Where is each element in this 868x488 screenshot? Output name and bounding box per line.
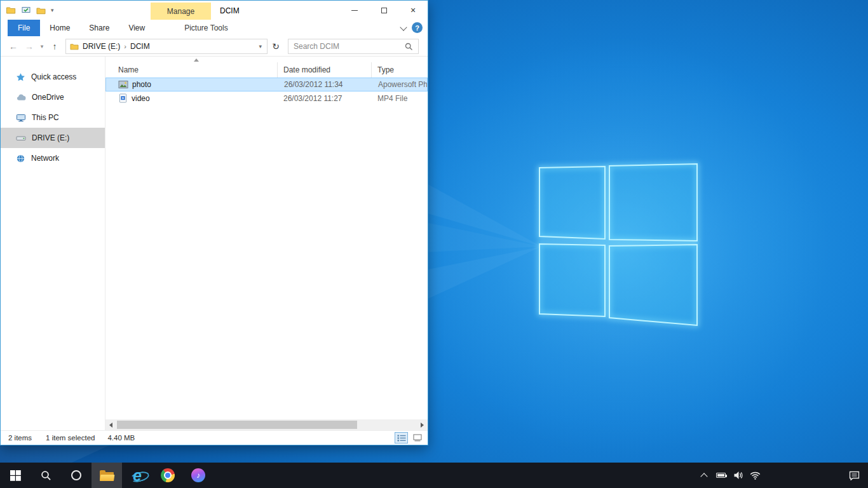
sidebar-item-label: This PC (32, 113, 59, 122)
tab-picture-tools[interactable]: Picture Tools (175, 20, 237, 36)
column-header-type[interactable]: Type (372, 62, 428, 78)
expand-ribbon-chevron-icon[interactable] (400, 24, 407, 30)
start-button[interactable] (0, 463, 31, 488)
tab-view[interactable]: View (119, 20, 154, 36)
minimize-button[interactable] (340, 1, 369, 20)
taskbar-itunes-button[interactable]: ♪ (183, 463, 214, 488)
taskbar-internet-explorer-button[interactable]: e (122, 463, 153, 488)
sidebar-item-quick-access[interactable]: Quick access (1, 67, 105, 87)
explorer-window-icon (6, 5, 16, 15)
qat-customize-chevron-icon[interactable]: ▾ (51, 8, 54, 13)
drive-icon (16, 133, 26, 143)
tab-file[interactable]: File (8, 20, 40, 36)
cortana-button[interactable] (61, 463, 92, 488)
file-row-video[interactable]: video 26/03/2012 11:27 MP4 File (105, 92, 428, 105)
tab-share[interactable]: Share (79, 20, 119, 36)
ribbon-tab-row: File Home Share View Picture Tools ? (1, 20, 428, 36)
tab-home[interactable]: Home (40, 20, 79, 36)
window-content: Quick access OneDrive This PC (1, 57, 428, 430)
recent-locations-chevron-icon[interactable]: ▾ (37, 39, 46, 54)
system-tray (695, 463, 868, 488)
file-date-modified: 26/03/2012 11:27 (278, 94, 372, 103)
scroll-left-arrow-icon[interactable] (105, 419, 116, 430)
search-box[interactable] (288, 39, 419, 54)
file-date-modified: 26/03/2012 11:34 (278, 80, 372, 89)
details-view-button[interactable] (395, 432, 408, 444)
maximize-icon (381, 8, 387, 13)
tray-battery-button[interactable] (712, 463, 729, 488)
file-name: photo (132, 80, 151, 89)
taskbar: e ♪ (0, 463, 868, 488)
maximize-button[interactable] (369, 1, 398, 20)
help-button[interactable]: ? (412, 22, 423, 33)
breadcrumb-dcim[interactable]: DCIM (126, 42, 154, 51)
network-icon (16, 154, 25, 163)
sidebar-item-label: Quick access (31, 72, 76, 81)
scrollbar-track[interactable] (116, 419, 417, 430)
minimize-icon (351, 10, 358, 11)
address-breadcrumb-box[interactable]: DRIVE (E:) › DCIM ▾ (65, 39, 268, 54)
internet-explorer-icon: e (133, 468, 142, 484)
close-icon: × (410, 5, 416, 15)
forward-button[interactable]: → (22, 39, 37, 54)
quick-access-toolbar: ▾ (1, 5, 54, 15)
sidebar-item-drive-e[interactable]: DRIVE (E:) (1, 128, 105, 148)
taskbar-search-button[interactable] (31, 463, 61, 488)
search-icon (405, 43, 413, 51)
horizontal-scrollbar[interactable] (105, 419, 428, 430)
view-switcher (395, 432, 424, 444)
back-button[interactable]: ← (6, 39, 21, 54)
sidebar-item-label: Network (31, 154, 59, 163)
address-bar: ← → ▾ ↑ DRIVE (E:) › DCIM ▾ ↻ (1, 36, 428, 57)
sidebar-item-label: DRIVE (E:) (32, 133, 69, 142)
sidebar-item-onedrive[interactable]: OneDrive (1, 87, 105, 107)
large-icons-view-icon (413, 434, 422, 442)
selection-size: 4.40 MB (107, 434, 135, 442)
file-type: Apowersoft Pho (372, 80, 427, 89)
up-button[interactable]: ↑ (47, 39, 62, 54)
window-controls: × (340, 1, 428, 20)
sidebar-item-this-pc[interactable]: This PC (1, 107, 105, 128)
search-input[interactable] (288, 40, 400, 53)
battery-icon (716, 473, 726, 478)
details-view-icon (397, 435, 406, 442)
close-button[interactable]: × (398, 1, 428, 20)
address-dropdown-chevron-icon[interactable]: ▾ (256, 43, 264, 50)
qat-properties-icon[interactable] (21, 6, 31, 15)
breadcrumb-drive[interactable]: DRIVE (E:) (79, 42, 124, 51)
sidebar-item-network[interactable]: Network (1, 148, 105, 168)
tray-network-button[interactable] (747, 463, 764, 488)
scroll-right-arrow-icon[interactable] (417, 419, 428, 430)
taskbar-file-explorer-button[interactable] (92, 463, 122, 488)
tray-spacer (764, 463, 840, 488)
file-explorer-window: ▾ Manage DCIM × File Home Share View Pic… (0, 0, 428, 445)
scrollbar-thumb[interactable] (117, 421, 357, 429)
quick-access-star-icon (16, 72, 25, 82)
file-rows: photo 26/03/2012 11:34 Apowersoft Pho vi… (105, 78, 428, 419)
photo-file-icon (118, 80, 128, 89)
wifi-icon (750, 471, 761, 480)
manage-contextual-tab[interactable]: Manage (151, 3, 211, 20)
video-file-icon (118, 93, 128, 103)
status-bar: 2 items 1 item selected 4.40 MB (1, 430, 428, 445)
address-folder-icon (70, 43, 79, 50)
onedrive-cloud-icon (16, 93, 26, 101)
large-icons-view-button[interactable] (410, 432, 424, 444)
column-header-name[interactable]: Name (105, 62, 278, 78)
tray-show-hidden-icons-button[interactable] (695, 463, 712, 488)
file-row-photo[interactable]: photo 26/03/2012 11:34 Apowersoft Pho (105, 78, 428, 92)
column-headers: Name Date modified Type (105, 62, 428, 78)
file-list-area: Name Date modified Type photo 26/03/2012… (105, 57, 428, 430)
column-header-date-modified[interactable]: Date modified (278, 62, 372, 78)
tray-volume-button[interactable] (729, 463, 747, 488)
action-center-icon (849, 471, 860, 480)
title-bar[interactable]: ▾ Manage DCIM × (1, 1, 428, 20)
file-name: video (132, 94, 150, 103)
taskbar-chrome-button[interactable] (153, 463, 183, 488)
action-center-button[interactable] (840, 463, 868, 488)
this-pc-icon (16, 113, 26, 123)
refresh-button[interactable]: ↻ (268, 39, 283, 54)
qat-new-folder-icon[interactable] (36, 6, 46, 15)
navigation-pane: Quick access OneDrive This PC (1, 57, 105, 430)
selection-count: 1 item selected (46, 434, 95, 442)
